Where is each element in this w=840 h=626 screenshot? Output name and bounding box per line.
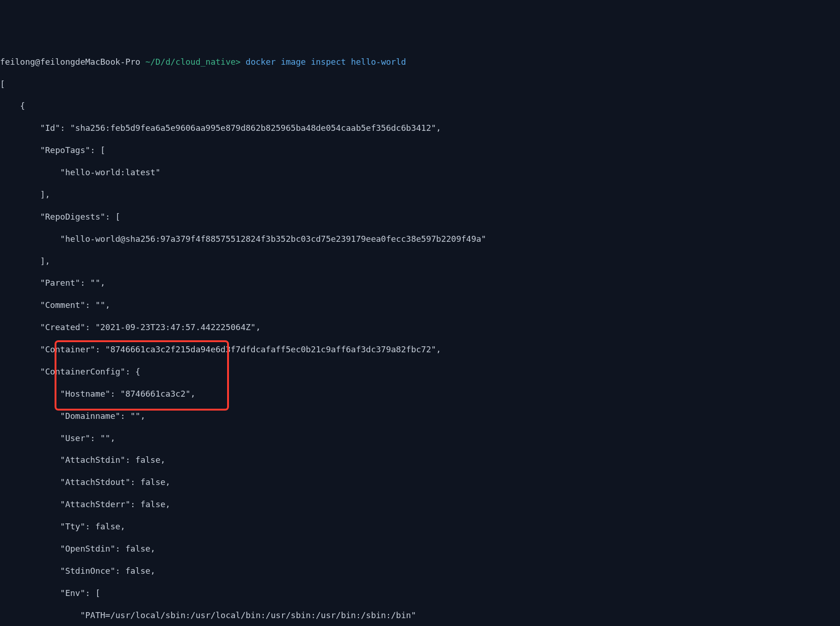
output-parent: "Parent": "", — [0, 277, 840, 288]
output-attachstderr: "AttachStderr": false, — [0, 499, 840, 510]
output-stdinonce: "StdinOnce": false, — [0, 565, 840, 577]
output-env-open: "Env": [ — [0, 588, 840, 599]
prompt-user: feilong@feilongdeMacBook-Pro — [0, 57, 140, 67]
output-repotags-close: ], — [0, 189, 840, 200]
output-domainname: "Domainname": "", — [0, 411, 840, 422]
output-attachstdout: "AttachStdout": false, — [0, 477, 840, 488]
command-args: image inspect hello-world — [281, 57, 406, 67]
command-docker: docker — [246, 57, 276, 67]
prompt-path: ~/D/d/cloud_native — [145, 57, 235, 67]
prompt-arrow: > — [235, 57, 241, 67]
output-repotags-open: "RepoTags": [ — [0, 145, 840, 156]
output-hostname: "Hostname": "8746661ca3c2", — [0, 388, 840, 399]
output-repodigests-open: "RepoDigests": [ — [0, 211, 840, 222]
output-repodigests-item: "hello-world@sha256:97a379f4f88575512824… — [0, 233, 840, 245]
output-repodigests-close: ], — [0, 256, 840, 267]
output-containerconfig-open: "ContainerConfig": { — [0, 366, 840, 377]
output-env-item: "PATH=/usr/local/sbin:/usr/local/bin:/us… — [0, 610, 840, 621]
output-created: "Created": "2021-09-23T23:47:57.44222506… — [0, 322, 840, 333]
output-open-brace: { — [0, 100, 840, 111]
prompt-line[interactable]: feilong@feilongdeMacBook-Pro ~/D/d/cloud… — [0, 56, 840, 68]
output-user: "User": "", — [0, 433, 840, 444]
terminal-container: feilong@feilongdeMacBook-Pro ~/D/d/cloud… — [0, 45, 840, 626]
output-openstdin: "OpenStdin": false, — [0, 543, 840, 554]
output-comment: "Comment": "", — [0, 300, 840, 311]
output-tty: "Tty": false, — [0, 521, 840, 532]
output-id: "Id": "sha256:feb5d9fea6a5e9606aa995e879… — [0, 123, 840, 134]
output-container: "Container": "8746661ca3c2f215da94e6d3f7… — [0, 344, 840, 355]
output-open-bracket: [ — [0, 79, 840, 90]
output-attachstdin: "AttachStdin": false, — [0, 454, 840, 466]
output-repotags-item: "hello-world:latest" — [0, 167, 840, 178]
